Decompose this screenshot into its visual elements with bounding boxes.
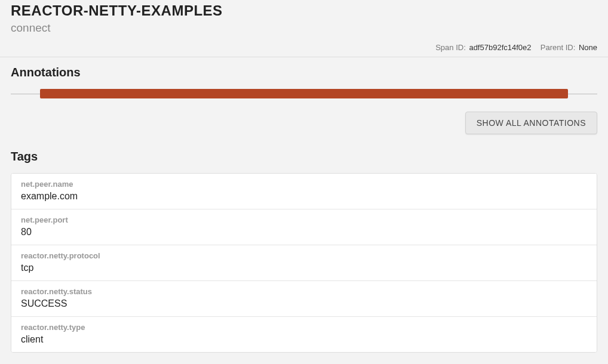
span-detail-panel: REACTOR-NETTY-EXAMPLES connect Span ID: …: [0, 0, 608, 363]
tag-key: reactor.netty.type: [21, 323, 587, 332]
span-name: connect: [11, 21, 597, 35]
timeline: [11, 89, 597, 98]
timeline-span-bar[interactable]: [40, 89, 568, 98]
parent-id-value: None: [579, 43, 597, 52]
tag-key: reactor.netty.status: [21, 287, 587, 296]
tag-value: 80: [21, 227, 587, 237]
tag-row: reactor.netty.protocol tcp: [11, 245, 597, 281]
annotations-actions: SHOW ALL ANNOTATIONS: [0, 112, 608, 141]
tags-heading: Tags: [11, 150, 597, 164]
tag-row: net.peer.name example.com: [11, 174, 597, 209]
tag-row: reactor.netty.status SUCCESS: [11, 281, 597, 317]
tag-row: reactor.netty.type client: [11, 317, 597, 352]
span-id-value: adf57b92fc14f0e2: [469, 43, 531, 52]
tag-key: reactor.netty.protocol: [21, 251, 587, 260]
header: REACTOR-NETTY-EXAMPLES connect: [0, 0, 608, 35]
tags-list: net.peer.name example.com net.peer.port …: [11, 173, 597, 353]
tag-key: net.peer.port: [21, 215, 587, 224]
span-id-label: Span ID:: [435, 43, 466, 52]
annotations-section: Annotations: [0, 57, 608, 98]
show-all-annotations-button[interactable]: SHOW ALL ANNOTATIONS: [465, 112, 597, 134]
meta-row: Span ID: adf57b92fc14f0e2 Parent ID: Non…: [0, 35, 608, 57]
tag-value: example.com: [21, 191, 587, 202]
tag-row: net.peer.port 80: [11, 209, 597, 245]
annotations-heading: Annotations: [11, 66, 597, 79]
tag-value: client: [21, 334, 587, 345]
service-title: REACTOR-NETTY-EXAMPLES: [11, 2, 597, 19]
parent-id-label: Parent ID:: [541, 43, 576, 52]
tags-section: Tags: [0, 141, 608, 164]
tag-key: net.peer.name: [21, 180, 587, 189]
tag-value: tcp: [21, 263, 587, 273]
tag-value: SUCCESS: [21, 298, 587, 309]
